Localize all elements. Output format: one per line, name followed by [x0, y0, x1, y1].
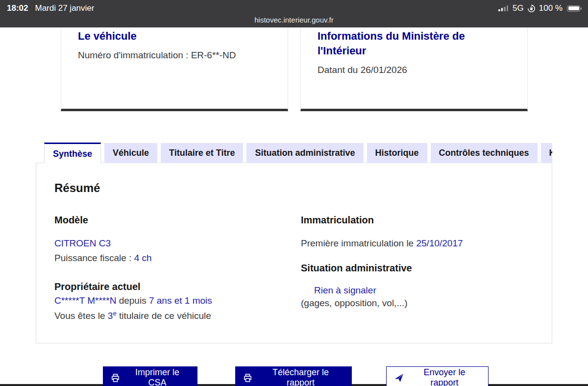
- model-name-link[interactable]: CITROEN C3: [54, 237, 285, 250]
- holder-prefix: Vous êtes le: [54, 311, 108, 321]
- holder-suffix: titulaire de ce véhicule: [117, 311, 211, 321]
- rotation-lock-icon: [527, 4, 536, 13]
- printer-icon: [243, 373, 252, 383]
- network-type-label: 5G: [513, 3, 524, 13]
- owner-since-value: 7 ans et 1 mois: [149, 295, 212, 306]
- address-bar[interactable]: histovec.interieur.gouv.fr: [0, 16, 588, 24]
- printer-icon: [111, 373, 120, 383]
- owner-since-label: depuis: [116, 295, 149, 306]
- battery-percent-label: 100 %: [539, 3, 563, 13]
- synthese-panel: Résumé Modèle CITROEN C3 Puissance fisca…: [36, 163, 552, 343]
- vehicle-card: Le véhicule Numéro d'immatriculation : E…: [61, 27, 288, 111]
- fiscal-power-row: Puissance fiscale : 4 ch: [54, 252, 285, 265]
- owner-row: C*****T M****N depuis 7 ans et 1 mois: [54, 294, 285, 307]
- tab-situation-administrative[interactable]: Situation administrative: [246, 143, 363, 163]
- situation-status-link[interactable]: Rien à signaler: [301, 284, 531, 297]
- holder-rank: 3e: [108, 311, 117, 321]
- print-csa-label: Imprimer le CSA: [125, 367, 190, 386]
- first-registration-label: Première immatriculation le: [301, 238, 416, 248]
- download-report-label: Télécharger le rapport: [257, 367, 344, 386]
- signal-strength-icon: [498, 5, 508, 11]
- tab-vehicule[interactable]: Véhicule: [104, 143, 157, 163]
- vehicle-card-title: Le véhicule: [78, 29, 271, 44]
- download-report-button[interactable]: Télécharger le rapport: [235, 366, 352, 386]
- ministry-card: Informations du Ministère de l'Intérieur…: [300, 27, 528, 111]
- send-report-label: Envoyer le rapport: [409, 367, 480, 386]
- ministry-card-title: Informations du Ministère de l'Intérieur: [318, 29, 511, 58]
- vehicle-plate-text: Numéro d'immatriculation : ER-6**-ND: [78, 50, 271, 61]
- tab-controles-techniques[interactable]: Contrôles techniques: [431, 143, 538, 163]
- battery-icon: [567, 5, 580, 12]
- print-csa-button[interactable]: Imprimer le CSA: [103, 366, 197, 386]
- situation-note: (gages, opposition, vol,...): [301, 297, 531, 310]
- panel-left-column: Modèle CITROEN C3 Puissance fiscale : 4 …: [54, 215, 285, 322]
- model-heading: Modèle: [54, 215, 285, 226]
- panel-right-column: Immatriculation Première immatriculation…: [301, 215, 531, 310]
- owner-name: C*****T M****N: [54, 295, 116, 306]
- send-report-button[interactable]: Envoyer le rapport: [386, 366, 489, 386]
- tab-kilometrage[interactable]: Kilométrage: [541, 143, 552, 163]
- fiscal-power-value: 4 ch: [134, 253, 152, 263]
- date-text: Mardi 27 janvier: [35, 3, 94, 13]
- registration-heading: Immatriculation: [301, 215, 531, 226]
- owner-heading: Propriétaire actuel: [54, 281, 285, 292]
- fiscal-power-label: Puissance fiscale :: [54, 253, 134, 263]
- report-tab-bar: Synthèse Véhicule Titulaire et Titre Sit…: [44, 143, 552, 163]
- tab-historique[interactable]: Historique: [367, 143, 427, 163]
- ministry-date-text: Datant du 26/01/2026: [318, 65, 511, 75]
- histovec-report-page: 18:02 Mardi 27 janvier 5G 100 % histovec…: [0, 0, 588, 386]
- status-left: 18:02 Mardi 27 janvier: [7, 3, 94, 13]
- first-registration-date: 25/10/2017: [416, 238, 463, 248]
- first-registration-row: Première immatriculation le 25/10/2017: [301, 237, 531, 250]
- send-icon: [394, 373, 404, 383]
- panel-title: Résumé: [54, 181, 100, 195]
- tab-synthese[interactable]: Synthèse: [44, 143, 101, 163]
- status-right: 5G 100 %: [498, 3, 580, 13]
- clock-text: 18:02: [7, 3, 28, 13]
- ios-status-bar: 18:02 Mardi 27 janvier 5G 100 % histovec…: [0, 0, 588, 27]
- holder-rank-row: Vous êtes le 3e titulaire de ce véhicule: [54, 307, 285, 322]
- situation-heading: Situation administrative: [301, 263, 531, 274]
- tab-titulaire-et-titre[interactable]: Titulaire et Titre: [161, 143, 243, 163]
